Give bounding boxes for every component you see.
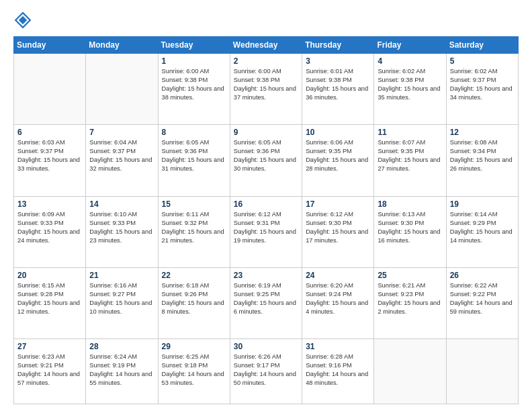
- day-info: Sunrise: 6:12 AMSunset: 9:31 PMDaylight:…: [234, 210, 298, 245]
- day-info: Sunrise: 6:00 AMSunset: 9:38 PMDaylight:…: [162, 67, 226, 102]
- day-number: 21: [89, 271, 154, 280]
- day-info: Sunrise: 6:05 AMSunset: 9:36 PMDaylight:…: [162, 138, 226, 173]
- calendar-cell: 16Sunrise: 6:12 AMSunset: 9:31 PMDayligh…: [230, 196, 302, 267]
- calendar-cell: 18Sunrise: 6:13 AMSunset: 9:30 PMDayligh…: [374, 196, 446, 267]
- day-number: 3: [306, 56, 370, 66]
- calendar-week-row: 27Sunrise: 6:23 AMSunset: 9:21 PMDayligh…: [14, 339, 519, 404]
- day-info: Sunrise: 6:20 AMSunset: 9:24 PMDaylight:…: [306, 281, 370, 316]
- calendar-cell: 5Sunrise: 6:02 AMSunset: 9:37 PMDaylight…: [446, 54, 518, 125]
- calendar-cell: [14, 54, 86, 125]
- weekday-header: Thursday: [302, 37, 374, 54]
- header: [13, 11, 519, 30]
- calendar-cell: 28Sunrise: 6:24 AMSunset: 9:19 PMDayligh…: [86, 339, 158, 404]
- calendar-cell: 22Sunrise: 6:18 AMSunset: 9:26 PMDayligh…: [158, 267, 230, 338]
- day-number: 23: [234, 271, 298, 280]
- day-info: Sunrise: 6:09 AMSunset: 9:33 PMDaylight:…: [17, 210, 82, 245]
- day-info: Sunrise: 6:04 AMSunset: 9:37 PMDaylight:…: [89, 138, 154, 173]
- day-info: Sunrise: 6:06 AMSunset: 9:35 PMDaylight:…: [306, 138, 370, 173]
- day-number: 14: [89, 199, 154, 209]
- calendar-cell: 2Sunrise: 6:00 AMSunset: 9:38 PMDaylight…: [230, 54, 302, 125]
- day-info: Sunrise: 6:05 AMSunset: 9:36 PMDaylight:…: [234, 138, 298, 173]
- day-number: 6: [17, 128, 82, 137]
- calendar-cell: 8Sunrise: 6:05 AMSunset: 9:36 PMDaylight…: [158, 125, 230, 196]
- day-number: 2: [234, 56, 298, 66]
- day-info: Sunrise: 6:28 AMSunset: 9:16 PMDaylight:…: [306, 353, 370, 387]
- day-number: 28: [89, 342, 154, 351]
- day-number: 20: [17, 271, 82, 280]
- calendar-cell: 31Sunrise: 6:28 AMSunset: 9:16 PMDayligh…: [302, 339, 374, 404]
- logo-icon: [13, 11, 32, 30]
- day-number: 1: [162, 56, 226, 66]
- day-number: 25: [378, 271, 442, 280]
- day-info: Sunrise: 6:08 AMSunset: 9:34 PMDaylight:…: [450, 138, 515, 173]
- day-info: Sunrise: 6:18 AMSunset: 9:26 PMDaylight:…: [162, 281, 226, 316]
- day-info: Sunrise: 6:16 AMSunset: 9:27 PMDaylight:…: [89, 281, 154, 316]
- calendar-cell: 25Sunrise: 6:21 AMSunset: 9:23 PMDayligh…: [374, 267, 446, 338]
- day-number: 26: [450, 271, 515, 280]
- calendar-cell: 21Sunrise: 6:16 AMSunset: 9:27 PMDayligh…: [86, 267, 158, 338]
- day-number: 13: [17, 199, 82, 209]
- day-info: Sunrise: 6:15 AMSunset: 9:28 PMDaylight:…: [17, 281, 82, 316]
- calendar-cell: 19Sunrise: 6:14 AMSunset: 9:29 PMDayligh…: [446, 196, 518, 267]
- weekday-header: Friday: [374, 37, 446, 54]
- day-info: Sunrise: 6:24 AMSunset: 9:19 PMDaylight:…: [89, 353, 154, 387]
- calendar-cell: 14Sunrise: 6:10 AMSunset: 9:33 PMDayligh…: [86, 196, 158, 267]
- day-number: 30: [234, 342, 298, 351]
- calendar-cell: 15Sunrise: 6:11 AMSunset: 9:32 PMDayligh…: [158, 196, 230, 267]
- day-info: Sunrise: 6:14 AMSunset: 9:29 PMDaylight:…: [450, 210, 515, 245]
- day-info: Sunrise: 6:02 AMSunset: 9:37 PMDaylight:…: [450, 67, 515, 102]
- logo: [13, 11, 35, 30]
- calendar-cell: 1Sunrise: 6:00 AMSunset: 9:38 PMDaylight…: [158, 54, 230, 125]
- calendar-cell: 12Sunrise: 6:08 AMSunset: 9:34 PMDayligh…: [446, 125, 518, 196]
- day-info: Sunrise: 6:19 AMSunset: 9:25 PMDaylight:…: [234, 281, 298, 316]
- calendar-cell: 26Sunrise: 6:22 AMSunset: 9:22 PMDayligh…: [446, 267, 518, 338]
- calendar-cell: 7Sunrise: 6:04 AMSunset: 9:37 PMDaylight…: [86, 125, 158, 196]
- day-info: Sunrise: 6:12 AMSunset: 9:30 PMDaylight:…: [306, 210, 370, 245]
- day-info: Sunrise: 6:22 AMSunset: 9:22 PMDaylight:…: [450, 281, 515, 316]
- calendar-cell: [446, 339, 518, 404]
- calendar-week-row: 20Sunrise: 6:15 AMSunset: 9:28 PMDayligh…: [14, 267, 519, 338]
- weekday-header: Saturday: [446, 37, 518, 54]
- day-info: Sunrise: 6:11 AMSunset: 9:32 PMDaylight:…: [162, 210, 226, 245]
- day-number: 16: [234, 199, 298, 209]
- day-info: Sunrise: 6:01 AMSunset: 9:38 PMDaylight:…: [306, 67, 370, 102]
- calendar-cell: 3Sunrise: 6:01 AMSunset: 9:38 PMDaylight…: [302, 54, 374, 125]
- weekday-header: Tuesday: [158, 37, 230, 54]
- calendar-week-row: 1Sunrise: 6:00 AMSunset: 9:38 PMDaylight…: [14, 54, 519, 125]
- calendar-cell: 6Sunrise: 6:03 AMSunset: 9:37 PMDaylight…: [14, 125, 86, 196]
- calendar-cell: 30Sunrise: 6:26 AMSunset: 9:17 PMDayligh…: [230, 339, 302, 404]
- day-info: Sunrise: 6:03 AMSunset: 9:37 PMDaylight:…: [17, 138, 82, 173]
- weekday-header-row: SundayMondayTuesdayWednesdayThursdayFrid…: [14, 37, 519, 54]
- day-info: Sunrise: 6:23 AMSunset: 9:21 PMDaylight:…: [17, 353, 82, 387]
- day-number: 9: [234, 128, 298, 137]
- day-number: 4: [378, 56, 442, 66]
- calendar-cell: 13Sunrise: 6:09 AMSunset: 9:33 PMDayligh…: [14, 196, 86, 267]
- calendar-cell: 20Sunrise: 6:15 AMSunset: 9:28 PMDayligh…: [14, 267, 86, 338]
- day-number: 24: [306, 271, 370, 280]
- day-number: 5: [450, 56, 515, 66]
- calendar-week-row: 6Sunrise: 6:03 AMSunset: 9:37 PMDaylight…: [14, 125, 519, 196]
- weekday-header: Sunday: [14, 37, 86, 54]
- day-number: 10: [306, 128, 370, 137]
- day-number: 17: [306, 199, 370, 209]
- day-number: 7: [89, 128, 154, 137]
- day-info: Sunrise: 6:10 AMSunset: 9:33 PMDaylight:…: [89, 210, 154, 245]
- calendar-cell: 23Sunrise: 6:19 AMSunset: 9:25 PMDayligh…: [230, 267, 302, 338]
- weekday-header: Wednesday: [230, 37, 302, 54]
- calendar-cell: 9Sunrise: 6:05 AMSunset: 9:36 PMDaylight…: [230, 125, 302, 196]
- calendar-cell: [374, 339, 446, 404]
- day-number: 12: [450, 128, 515, 137]
- day-number: 31: [306, 342, 370, 351]
- day-number: 27: [17, 342, 82, 351]
- day-number: 19: [450, 199, 515, 209]
- day-number: 22: [162, 271, 226, 280]
- day-info: Sunrise: 6:00 AMSunset: 9:38 PMDaylight:…: [234, 67, 298, 102]
- day-info: Sunrise: 6:07 AMSunset: 9:35 PMDaylight:…: [378, 138, 442, 173]
- calendar-cell: 17Sunrise: 6:12 AMSunset: 9:30 PMDayligh…: [302, 196, 374, 267]
- calendar-week-row: 13Sunrise: 6:09 AMSunset: 9:33 PMDayligh…: [14, 196, 519, 267]
- calendar-cell: 4Sunrise: 6:02 AMSunset: 9:38 PMDaylight…: [374, 54, 446, 125]
- calendar-cell: 11Sunrise: 6:07 AMSunset: 9:35 PMDayligh…: [374, 125, 446, 196]
- calendar-cell: [86, 54, 158, 125]
- day-number: 15: [162, 199, 226, 209]
- day-number: 29: [162, 342, 226, 351]
